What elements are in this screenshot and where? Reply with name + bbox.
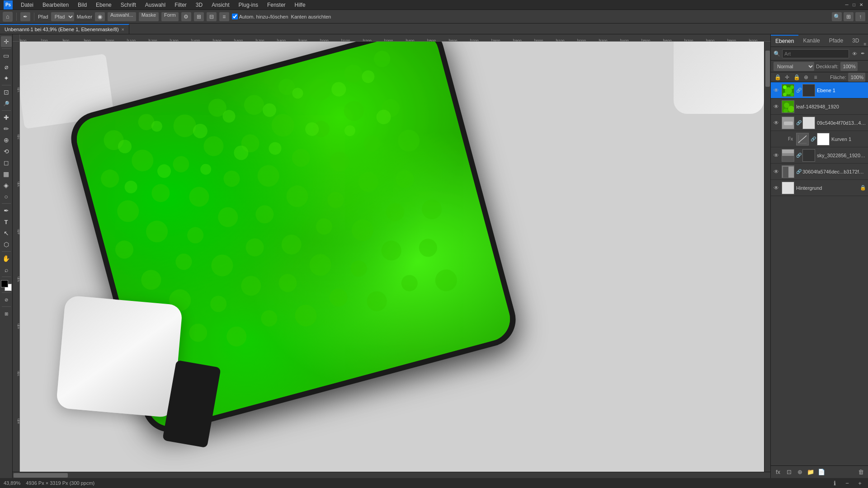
canvas[interactable] xyxy=(20,42,764,472)
ruler-tick-h: 3900 xyxy=(727,39,728,41)
tab-3d[interactable]: 3D xyxy=(848,35,863,47)
lasso-tool[interactable]: ⌀ xyxy=(1,61,12,72)
quick-mask-tool[interactable]: ⊘ xyxy=(1,294,12,305)
brush-tool[interactable]: ✏ xyxy=(1,123,12,134)
layer-visibility-ebene1[interactable]: 👁 xyxy=(773,87,780,94)
layer-row-hintergrund[interactable]: 👁 Hintergrund 🔒 xyxy=(771,180,868,196)
transform-icon[interactable]: ⊟ xyxy=(207,12,217,21)
eraser-tool[interactable]: ◻ xyxy=(1,157,12,168)
layer-row-sky[interactable]: 👁 🔗 sky_3022856_1920_... xyxy=(771,147,868,164)
layer-row-smart[interactable]: 👁 🔗 09c540e4f70d13...43ce46bd18f3f2 xyxy=(771,115,868,131)
opacity-input[interactable] xyxy=(840,62,858,71)
path-select-tool[interactable]: ↖ xyxy=(1,228,12,239)
hand-tool[interactable]: ✋ xyxy=(1,253,12,264)
grid-icon[interactable]: ⊞ xyxy=(194,12,204,21)
menu-ebene[interactable]: Ebene xyxy=(92,1,115,9)
tab-pfade[interactable]: Pfade xyxy=(825,35,848,47)
pen-tool[interactable]: ✒ xyxy=(1,205,12,216)
auto-add-checkbox[interactable] xyxy=(232,14,238,19)
path-dropdown[interactable]: Pfad xyxy=(51,12,74,21)
menu-auswahl[interactable]: Auswahl xyxy=(142,1,169,9)
eyedropper-tool[interactable]: 🔎 xyxy=(1,98,12,109)
delete-layer-button[interactable]: 🗑 xyxy=(856,468,865,477)
layer-visibility-bg2[interactable]: 👁 xyxy=(773,169,780,175)
menu-bild[interactable]: Bild xyxy=(74,1,90,9)
panel-collapse-icon[interactable]: ≡ xyxy=(863,42,868,47)
menu-plugins[interactable]: Plug-ins xyxy=(235,1,262,9)
add-fx-button[interactable]: fx xyxy=(774,468,783,477)
crop-tool[interactable]: ⊡ xyxy=(1,87,12,98)
screen-mode-tool[interactable]: ⊞ xyxy=(1,308,12,319)
maximize-button[interactable]: □ xyxy=(851,2,857,8)
v-scroll-thumb[interactable] xyxy=(765,51,770,87)
lock-all-icon[interactable]: 🔒 xyxy=(793,73,801,81)
spot-heal-tool[interactable]: ✚ xyxy=(1,112,12,123)
doc-tab-close[interactable]: × xyxy=(122,27,124,32)
text-tool[interactable]: T xyxy=(1,216,12,227)
horizontal-scrollbar[interactable] xyxy=(13,472,770,478)
menu-3d[interactable]: 3D xyxy=(192,1,206,9)
status-info-icon[interactable]: ℹ xyxy=(830,479,839,488)
lock-pixels-icon[interactable]: 🔒 xyxy=(774,73,782,81)
menu-ansicht[interactable]: Ansicht xyxy=(208,1,233,9)
close-button[interactable]: ✕ xyxy=(858,2,864,8)
doc-tab-active[interactable]: Unbenannt-1 bei 43,9% (Ebene 1, Ebenenma… xyxy=(0,24,129,34)
shape-tool[interactable]: ⬡ xyxy=(1,239,12,250)
menu-hilfe[interactable]: Hilfe xyxy=(291,1,309,9)
new-layer-button[interactable]: 📄 xyxy=(817,468,826,477)
lock-position-icon[interactable]: ✛ xyxy=(783,73,791,81)
lock-art-icon[interactable]: ⊕ xyxy=(802,73,810,81)
menu-schrift[interactable]: Schrift xyxy=(117,1,140,9)
maske-btn[interactable]: Maske xyxy=(139,12,159,21)
zoom-tool[interactable]: ⌕ xyxy=(1,264,12,275)
h-scroll-thumb[interactable] xyxy=(14,473,68,478)
status-zoom-in-icon[interactable]: + xyxy=(855,479,864,488)
tab-kanaele[interactable]: Kanäle xyxy=(798,35,824,47)
layer-row-leaf[interactable]: 👁 leaf-1482948_1920 xyxy=(771,99,868,115)
move-tool[interactable]: ✛ xyxy=(1,36,12,47)
menu-bearbeiten[interactable]: Bearbeiten xyxy=(39,1,72,9)
filter-pen-icon[interactable]: ✒ xyxy=(859,50,866,57)
blend-mode-dropdown[interactable]: Normal Multiplizieren Bildschirm Überlag… xyxy=(774,62,814,71)
magic-wand-tool[interactable]: ✦ xyxy=(1,73,12,84)
menu-filter[interactable]: Filter xyxy=(171,1,190,9)
layers-search-input[interactable] xyxy=(782,49,849,58)
menu-datei[interactable]: Datei xyxy=(17,1,37,9)
add-adjustment-button[interactable]: ⊕ xyxy=(795,468,804,477)
add-group-button[interactable]: 📁 xyxy=(806,468,815,477)
search-top-icon[interactable]: 🔍 xyxy=(832,12,842,21)
gradient-tool[interactable]: ▦ xyxy=(1,169,12,179)
tab-ebenen[interactable]: Ebenen xyxy=(771,35,798,47)
auswahl-btn[interactable]: Auswahl... xyxy=(108,12,136,21)
dodge-tool[interactable]: ○ xyxy=(1,191,12,202)
layer-row-bg2[interactable]: 👁 🔗 30604fa5746dec...b3172fb3a6c08 xyxy=(771,164,868,180)
settings-icon[interactable]: ⚙ xyxy=(181,12,191,21)
history-brush-tool[interactable]: ⟲ xyxy=(1,146,12,157)
layer-row-kurven[interactable]: Fx 🔗 Kurven 1 xyxy=(771,131,868,147)
blur-tool[interactable]: ◈ xyxy=(1,180,12,191)
color-swatch[interactable] xyxy=(1,280,12,291)
workspace-icon[interactable]: ⊞ xyxy=(844,12,854,21)
layer-row-ebene1[interactable]: 👁 🔗 Ebene 1 xyxy=(771,82,868,99)
clone-tool[interactable]: ⊕ xyxy=(1,135,12,145)
filter-eye-icon[interactable]: 👁 xyxy=(851,50,858,57)
layer-visibility-hintergrund[interactable]: 👁 xyxy=(773,185,780,191)
status-zoom-out-icon[interactable]: − xyxy=(843,479,852,488)
vertical-scrollbar[interactable] xyxy=(764,42,770,472)
layer-visibility-leaf[interactable]: 👁 xyxy=(773,103,780,110)
menu-fenster[interactable]: Fenster xyxy=(264,1,289,9)
marquee-tool[interactable]: ▭ xyxy=(1,50,12,61)
layer-visibility-smart[interactable]: 👁 xyxy=(773,120,780,126)
align-icon[interactable]: ≡ xyxy=(219,12,229,21)
home-button[interactable]: ⌂ xyxy=(3,12,13,22)
tool-preset-icon[interactable]: ✒ xyxy=(20,12,30,21)
marker-btn[interactable]: ◉ xyxy=(95,12,105,21)
foreground-color[interactable] xyxy=(1,280,8,287)
lock-extra-icon[interactable]: ≡ xyxy=(811,73,820,81)
add-mask-button[interactable]: ⊡ xyxy=(784,468,793,477)
share-icon[interactable]: ↑ xyxy=(855,12,865,21)
minimize-button[interactable]: ─ xyxy=(844,2,850,8)
form-btn[interactable]: Form xyxy=(161,12,179,21)
layer-visibility-sky[interactable]: 👁 xyxy=(773,152,780,159)
fill-input[interactable] xyxy=(848,73,865,82)
